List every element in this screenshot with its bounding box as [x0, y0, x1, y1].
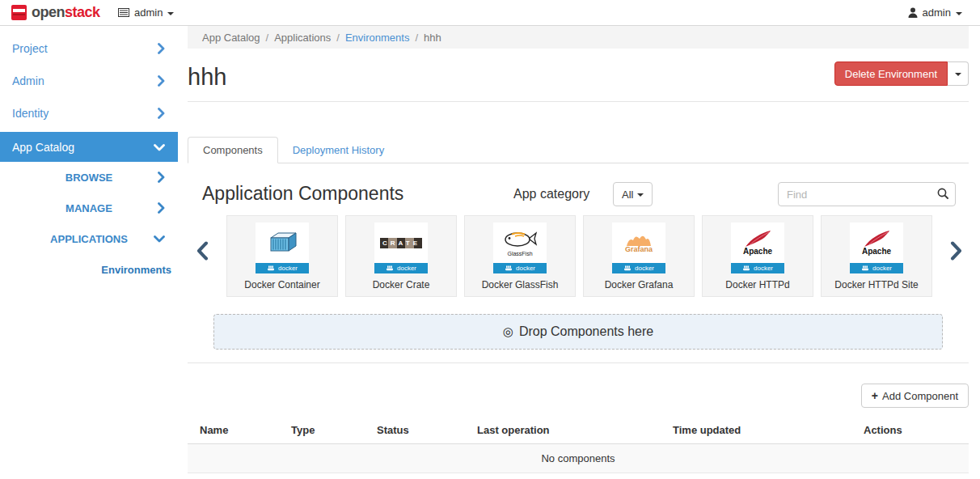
docker-badge: docker: [612, 263, 665, 273]
breadcrumb-applications: Applications: [274, 32, 331, 44]
docker-whale-icon: [386, 265, 395, 272]
sidebar-item-environments[interactable]: Environments: [0, 254, 178, 285]
card-label: Docker HTTPd Site: [822, 279, 931, 290]
breadcrumb-separator: /: [415, 32, 418, 44]
column-header-status: Status: [365, 417, 465, 444]
chevron-right-icon: [157, 75, 165, 87]
docker-badge: docker: [374, 263, 428, 273]
context-label: admin: [134, 6, 163, 19]
docker-whale-icon: [861, 265, 870, 272]
breadcrumb: App Catalog / Applications / Environment…: [188, 26, 969, 49]
bullseye-icon: ◎: [503, 324, 513, 339]
glassfish-label: GlassFish: [507, 251, 532, 256]
chevron-right-icon: [157, 108, 165, 119]
sidebar-item-admin[interactable]: Admin: [0, 65, 178, 97]
caret-down-icon: [167, 12, 174, 15]
card-label: Docker Container: [227, 279, 337, 290]
component-card-docker-container[interactable]: docker Docker Container: [226, 215, 338, 297]
apache-feather-icon: [860, 230, 893, 248]
glassfish-icon: [502, 230, 538, 252]
sidebar-item-browse[interactable]: BROWSE: [0, 162, 178, 193]
carousel-next-arrow-icon[interactable]: [950, 241, 963, 264]
card-label: Docker Grafana: [584, 279, 694, 290]
apache-label: Apache: [862, 247, 891, 256]
add-component-label: Add Component: [882, 390, 958, 402]
docker-container-icon: [265, 231, 299, 255]
component-card-docker-crate[interactable]: CRATE docker Docker Crate: [345, 215, 457, 297]
user-menu[interactable]: admin: [908, 6, 962, 19]
column-header-name: Name: [188, 417, 279, 444]
component-card-docker-glassfish[interactable]: GlassFish docker Docker GlassFish: [464, 215, 576, 297]
breadcrumb-environments-link[interactable]: Environments: [345, 32, 409, 44]
app-category-value: All: [622, 189, 633, 201]
user-label: admin: [923, 6, 951, 19]
empty-state-row: No components: [188, 444, 969, 473]
sidebar-subitem-label: BROWSE: [65, 172, 113, 184]
sidebar-item-identity[interactable]: Identity: [0, 97, 178, 129]
chevron-right-icon: [157, 172, 165, 183]
docker-whale-icon: [623, 265, 632, 272]
caret-down-icon: [955, 73, 961, 76]
find-search: [778, 182, 956, 206]
chevron-right-icon: [157, 43, 165, 54]
add-component-button[interactable]: + Add Component: [861, 384, 969, 408]
card-label: Docker GlassFish: [465, 279, 575, 290]
docker-badge-text: docker: [397, 265, 416, 272]
sidebar-item-applications[interactable]: APPLICATIONS: [0, 223, 178, 254]
card-icon: CRATE docker: [374, 223, 428, 273]
sidebar-item-project[interactable]: Project: [0, 32, 178, 65]
apache-label: Apache: [743, 247, 772, 256]
caret-down-icon: [956, 12, 962, 15]
column-header-last-operation: Last operation: [465, 417, 661, 444]
docker-whale-icon: [267, 265, 276, 272]
sidebar: Project Admin Identity App Catalog BROWS…: [0, 26, 178, 479]
table-header-row: Name Type Status Last operation Time upd…: [188, 417, 969, 444]
list-icon: [118, 8, 129, 17]
delete-environment-button[interactable]: Delete Environment: [834, 61, 948, 86]
card-icon: Apache docker: [850, 223, 903, 273]
sidebar-item-label: Identity: [12, 107, 49, 120]
column-header-actions: Actions: [851, 417, 969, 444]
project-context-switcher[interactable]: admin: [118, 6, 174, 19]
docker-badge: docker: [256, 263, 309, 273]
sidebar-item-label: Project: [12, 42, 48, 55]
sidebar-item-label: Admin: [12, 74, 44, 87]
delete-environment-dropdown-toggle[interactable]: [948, 61, 969, 86]
component-card-docker-grafana[interactable]: Grafana docker Docker Grafana: [583, 215, 695, 297]
tab-components[interactable]: Components: [188, 137, 278, 163]
card-icon: Grafana docker: [612, 223, 665, 273]
sidebar-item-manage[interactable]: MANAGE: [0, 193, 178, 223]
card-label: Docker HTTPd: [703, 279, 813, 290]
tab-deployment-history[interactable]: Deployment History: [278, 137, 399, 163]
card-label: Docker Crate: [346, 279, 456, 290]
search-icon[interactable]: [937, 188, 949, 200]
crate-icon: CRATE: [380, 238, 422, 248]
docker-whale-icon: [505, 265, 513, 272]
sidebar-item-app-catalog[interactable]: App Catalog: [0, 132, 178, 162]
dropzone-text: Drop Components here: [519, 324, 653, 339]
components-table: Name Type Status Last operation Time upd…: [188, 417, 969, 473]
component-card-docker-httpd-site[interactable]: Apache docker Docker HTTPd Site: [821, 215, 932, 297]
app-category-dropdown[interactable]: All: [613, 182, 653, 206]
sidebar-subitem-label: APPLICATIONS: [50, 233, 128, 245]
card-icon: docker: [256, 223, 309, 273]
find-input[interactable]: [778, 182, 956, 206]
card-icon: GlassFish docker: [493, 223, 547, 273]
section-title: Application Components: [202, 183, 403, 205]
plus-icon: +: [872, 389, 878, 402]
component-card-docker-httpd[interactable]: Apache docker Docker HTTPd: [702, 215, 813, 297]
section-divider: [188, 362, 969, 363]
column-header-type: Type: [279, 417, 365, 444]
chevron-down-icon: [154, 143, 165, 151]
openstack-logo[interactable]: openstack: [11, 4, 100, 21]
docker-badge-text: docker: [635, 265, 654, 272]
carousel-prev-arrow-icon[interactable]: [196, 241, 209, 264]
docker-badge-text: docker: [754, 265, 773, 272]
docker-badge: docker: [493, 263, 547, 273]
drop-components-zone[interactable]: ◎ Drop Components here: [213, 314, 943, 350]
column-header-time-updated: Time updated: [661, 417, 851, 444]
caret-down-icon: [637, 193, 644, 197]
breadcrumb-app-catalog: App Catalog: [202, 32, 260, 44]
app-category-label: App category: [513, 187, 589, 201]
top-bar: openstack admin admin: [0, 0, 980, 26]
